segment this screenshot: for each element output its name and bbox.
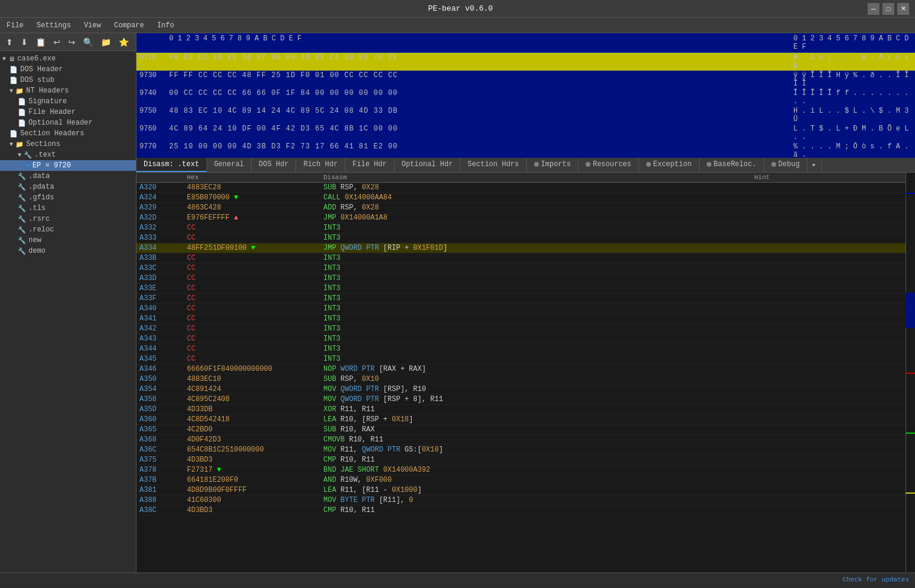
disasm-row[interactable]: A33DCCINT3 bbox=[136, 274, 906, 284]
tab-debug[interactable]: Debug bbox=[764, 158, 808, 172]
disasm-row[interactable]: A324E85B070000 ▼CALL 0X14000AA84 bbox=[136, 193, 906, 203]
check-updates-link[interactable]: Check for updates bbox=[843, 576, 909, 583]
copy-button[interactable]: 📋 bbox=[33, 36, 49, 48]
undo-button[interactable]: ↩ bbox=[50, 36, 63, 48]
right-scrollbar[interactable] bbox=[906, 173, 915, 573]
disasm-row[interactable]: A378F27317 ▼BND JAE SHORT 0X14000A392 bbox=[136, 465, 906, 475]
disasm-row[interactable]: A3654C2BD0SUB R10, RAX bbox=[136, 425, 906, 435]
disasm-row[interactable]: A32DE976FEFFFF ▲JMP 0X14000A1A8 bbox=[136, 213, 906, 223]
tree-label-signature: Signature bbox=[28, 97, 67, 106]
menu-info[interactable]: Info bbox=[154, 20, 178, 31]
tree-item-section-headers[interactable]: 📄 Section Headers bbox=[0, 128, 136, 139]
tab-disasm-text[interactable]: Disasm: .text bbox=[136, 158, 207, 172]
tree-item-text[interactable]: ▼ 🔧 .text bbox=[0, 150, 136, 160]
tree-item-optional-header[interactable]: 📄 Optional Header bbox=[0, 117, 136, 128]
hex-row-9720[interactable]: 9720 48 83 EC 28 E8 5B 07 00 00 48 83 C4… bbox=[136, 53, 915, 71]
tab-basereloc[interactable]: BaseReloc. bbox=[700, 158, 764, 172]
tab-imports[interactable]: Imports bbox=[527, 158, 579, 172]
tree-item-reloc[interactable]: 🔧 .reloc bbox=[0, 224, 136, 235]
tree-item-signature[interactable]: 📄 Signature bbox=[0, 96, 136, 107]
disasm-row[interactable]: A33CCCINT3 bbox=[136, 263, 906, 274]
tab-imports-label: Imports bbox=[541, 160, 571, 169]
scroll-thumb[interactable] bbox=[906, 293, 915, 328]
redo-button[interactable]: ↪ bbox=[65, 36, 78, 48]
tab-exception[interactable]: Exception bbox=[639, 158, 700, 172]
disasm-row[interactable]: A345CCINT3 bbox=[136, 354, 906, 364]
disasm-row[interactable]: A343CCINT3 bbox=[136, 334, 906, 344]
disasm-row[interactable]: A33448FF251DF00100 ▼JMP QWORD PTR [RIP +… bbox=[136, 243, 906, 253]
tab-rich-hdr[interactable]: Rich Hdr bbox=[296, 158, 345, 172]
disasm-row[interactable]: A33BCCINT3 bbox=[136, 253, 906, 263]
tab-optional-hdr[interactable]: Optional Hdr bbox=[395, 158, 460, 172]
nav-down-button[interactable]: ⬇ bbox=[18, 36, 31, 48]
disasm-row[interactable]: A341CCINT3 bbox=[136, 314, 906, 324]
disasm-row[interactable]: A344CCINT3 bbox=[136, 344, 906, 354]
disasm-row[interactable]: A340CCINT3 bbox=[136, 304, 906, 314]
disasm-row[interactable]: A3754D3BD3CMP R10, R11 bbox=[136, 455, 906, 465]
menu-compare[interactable]: Compare bbox=[110, 20, 147, 31]
disasm-row[interactable]: A333CCINT3 bbox=[136, 233, 906, 243]
tab-file-hdr[interactable]: File Hdr bbox=[345, 158, 395, 172]
disasm-row[interactable]: A3504883EC10SUB RSP, 0X10 bbox=[136, 374, 906, 384]
tree-item-new[interactable]: 🔧 new bbox=[0, 235, 136, 246]
disasm-row[interactable]: A34666660F1F840000000000NOP WORD PTR [RA… bbox=[136, 364, 906, 374]
nav-up-button[interactable]: ⬆ bbox=[3, 36, 16, 48]
tab-debug-label: Debug bbox=[779, 160, 800, 169]
disasm-row[interactable]: A36C654C8B1C2510000000MOV R11, QWORD PTR… bbox=[136, 445, 906, 455]
tab-dos-hdr[interactable]: DOS Hdr bbox=[252, 158, 296, 172]
tree-item-dos-stub[interactable]: 📄 DOS stub bbox=[0, 75, 136, 85]
tree-item-file-header[interactable]: 📄 File Header bbox=[0, 107, 136, 117]
disasm-row[interactable]: A342CCINT3 bbox=[136, 324, 906, 334]
disasm-row[interactable]: A38841C60300MOV BYTE PTR [R11], 0 bbox=[136, 495, 906, 506]
tree-item-rsrc[interactable]: 🔧 .rsrc bbox=[0, 214, 136, 224]
tab-resources[interactable]: Resources bbox=[579, 158, 639, 172]
tree-label-nt-headers: NT Headers bbox=[26, 87, 69, 95]
maximize-button[interactable]: □ bbox=[882, 3, 894, 15]
disasm-row[interactable]: A3204883EC28SUB RSP, 0X28 bbox=[136, 183, 906, 193]
tree-item-nt-headers[interactable]: ▼ 📁 NT Headers bbox=[0, 85, 136, 96]
tab-more[interactable]: ▸ bbox=[808, 158, 822, 172]
hex-col-header-left: 0 1 2 3 4 5 6 7 8 9 A B C D E F bbox=[169, 34, 793, 51]
disasm-row[interactable]: A35D4D33DBXOR R11, R11 bbox=[136, 405, 906, 415]
tree-item-dos-header[interactable]: 📄 DOS Header bbox=[0, 64, 136, 75]
hex-row-9770[interactable]: 9770 25 10 00 00 00 4D 3B D3 F2 73 17 66… bbox=[136, 142, 915, 158]
disasm-row[interactable]: A332CCINT3 bbox=[136, 223, 906, 233]
tree-item-pdata[interactable]: 🔧 .pdata bbox=[0, 182, 136, 192]
tab-general[interactable]: General bbox=[207, 158, 252, 172]
menu-settings[interactable]: Settings bbox=[33, 20, 75, 31]
disasm-row[interactable]: A3604C8D542418LEA R10, [RSP + 0X18] bbox=[136, 415, 906, 425]
search-button[interactable]: 🔍 bbox=[80, 36, 96, 48]
tab-basereloc-label: BaseReloc. bbox=[714, 160, 757, 169]
hex-row-9760[interactable]: 9760 4C 89 64 24 10 DF 00 4F 42 D3 65 4C… bbox=[136, 124, 915, 142]
menu-file[interactable]: File bbox=[3, 20, 27, 31]
disasm-row[interactable]: A33FCCINT3 bbox=[136, 294, 906, 304]
disasm-row[interactable]: A3294863C428ADD RSP, 0X28 bbox=[136, 203, 906, 213]
tree-item-sections[interactable]: ▼ 📁 Sections bbox=[0, 139, 136, 150]
close-button[interactable]: ✕ bbox=[897, 3, 909, 15]
disasm-row[interactable]: A3684D0F42D3CMOVB R10, R11 bbox=[136, 435, 906, 445]
tree-item-demo[interactable]: 🔧 demo bbox=[0, 246, 136, 256]
tree-item-gfids[interactable]: 🔧 .gfids bbox=[0, 192, 136, 203]
tree-item-ep[interactable]: ➡ EP = 9720 bbox=[0, 160, 136, 171]
folder-button[interactable]: 📁 bbox=[98, 36, 114, 48]
disasm-row[interactable]: A38C4D3BD3CMP R10, R11 bbox=[136, 506, 906, 516]
tree-item-data[interactable]: 🔧 .data bbox=[0, 171, 136, 182]
hex-col-header-right: 0 1 2 3 4 5 6 7 8 9 A B C D E F bbox=[793, 34, 912, 51]
disasm-row[interactable]: A3544C891424MOV QWORD PTR [RSP], R10 bbox=[136, 384, 906, 395]
reloc-icon: 🔧 bbox=[18, 226, 26, 234]
hex-header: 0 1 2 3 4 5 6 7 8 9 A B C D E F 0 1 2 3 … bbox=[136, 33, 915, 53]
tab-section-hdrs[interactable]: Section Hdrs bbox=[460, 158, 526, 172]
tree-label-section-headers: Section Headers bbox=[20, 129, 84, 138]
tree-item-tls[interactable]: 🔧 .tls bbox=[0, 203, 136, 214]
star-button[interactable]: ⭐ bbox=[116, 36, 132, 48]
disasm-row[interactable]: A3584C895C2408MOV QWORD PTR [RSP + 8], R… bbox=[136, 395, 906, 405]
hex-row-9730[interactable]: 9730 FF FF CC CC CC 48 FF 25 1D F0 01 00… bbox=[136, 71, 915, 88]
hex-row-9740[interactable]: 9740 00 CC CC CC CC 66 66 0F 1F 84 00 00… bbox=[136, 88, 915, 106]
tree-root[interactable]: ▼ 🖥 case6.exe bbox=[0, 53, 136, 64]
disasm-row[interactable]: A3814D8D9B00F0FFFFLEA R11, [R11 - 0X1000… bbox=[136, 485, 906, 495]
disasm-row[interactable]: A37B664181E200F0AND R10W, 0XF000 bbox=[136, 475, 906, 485]
disasm-row[interactable]: A33ECCINT3 bbox=[136, 284, 906, 294]
minimize-button[interactable]: ─ bbox=[868, 3, 879, 15]
hex-row-9750[interactable]: 9750 48 83 EC 10 4C 89 14 24 4C 89 5C 24… bbox=[136, 106, 915, 124]
menu-view[interactable]: View bbox=[80, 20, 104, 31]
